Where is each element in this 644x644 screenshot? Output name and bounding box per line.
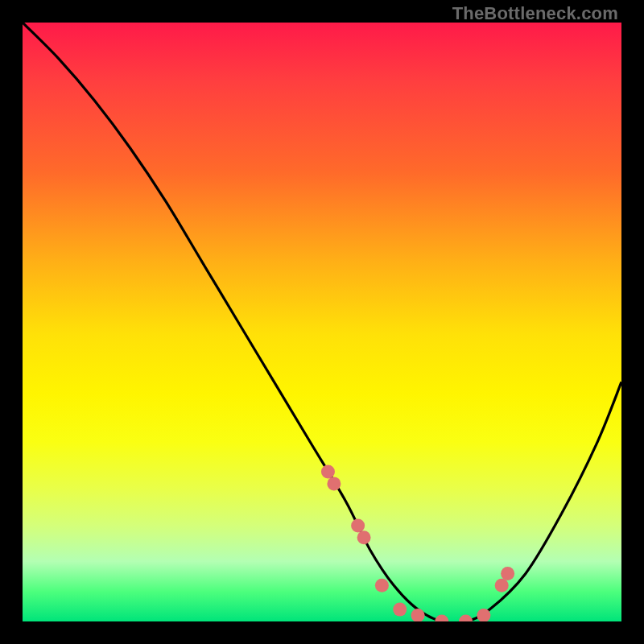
chart-frame: TheBottleneck.com	[0, 0, 644, 644]
marker-point	[327, 477, 341, 490]
marker-point	[411, 609, 425, 621]
watermark-label: TheBottleneck.com	[452, 3, 618, 24]
marker-point	[459, 615, 473, 622]
marker-point	[495, 579, 509, 592]
marker-point	[393, 603, 407, 617]
curve-svg	[23, 23, 621, 621]
marker-point	[375, 579, 389, 592]
marker-point	[435, 615, 448, 622]
plot-area	[23, 23, 621, 621]
marker-point	[357, 530, 371, 544]
highlight-markers	[321, 465, 514, 622]
marker-point	[321, 465, 335, 479]
marker-point	[351, 518, 365, 532]
marker-point	[501, 567, 514, 580]
bottleneck-curve	[23, 23, 621, 621]
